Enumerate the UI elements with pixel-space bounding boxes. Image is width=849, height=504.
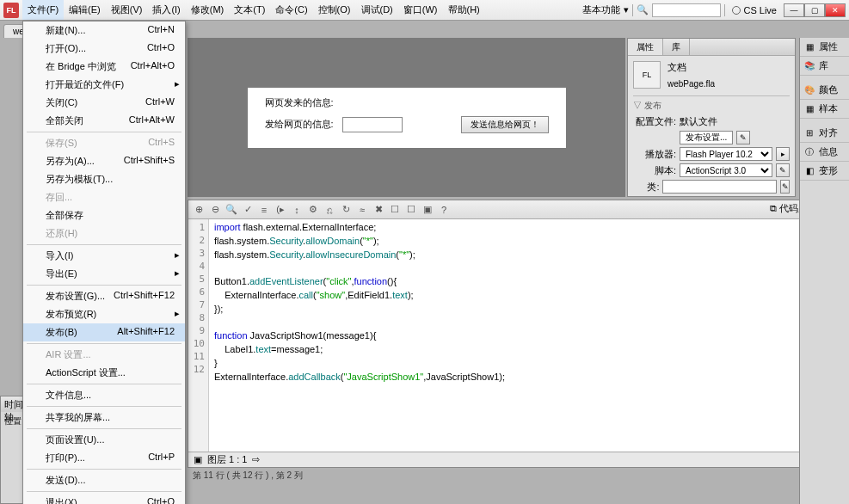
menu-item[interactable]: 导出(E) <box>23 265 185 283</box>
menu-item[interactable]: 打开最近的文件(F) <box>23 76 185 94</box>
menu-edit[interactable]: 编辑(E) <box>64 0 106 20</box>
script-label: 脚本: <box>633 164 676 177</box>
dock-icon: ⓘ <box>803 146 815 158</box>
dock-icon: ▦ <box>803 103 815 115</box>
menu-item[interactable]: 页面设置(U)... <box>23 431 185 449</box>
toolbar-icon[interactable]: (▸ <box>274 203 287 217</box>
cs-live-label: CS Live <box>743 5 777 15</box>
dock-item[interactable]: 🎨颜色 <box>800 81 849 100</box>
workspace-dropdown-icon[interactable]: ▾ <box>624 4 629 15</box>
menu-item[interactable]: 发布预览(R) <box>23 305 185 323</box>
menu-item[interactable]: AIR 设置... <box>23 346 185 364</box>
menu-item[interactable]: 共享我的屏幕... <box>23 409 185 427</box>
toolbar-icon[interactable]: ☐ <box>388 203 402 217</box>
class-label: 类: <box>633 181 659 194</box>
menu-file[interactable]: 文件(F) <box>22 0 64 20</box>
menu-item[interactable]: 关闭(C)Ctrl+W <box>23 94 185 112</box>
code-status-bar: ▣ 图层 1 : 1 ⇨ <box>188 452 841 467</box>
player-settings-button[interactable]: ▸ <box>776 147 790 161</box>
menu-item[interactable]: ActionScript 设置... <box>23 364 185 382</box>
menu-item[interactable]: 退出(X)Ctrl+Q <box>23 494 185 504</box>
toolbar-icon[interactable]: ≡ <box>257 203 271 217</box>
menu-item[interactable]: 在 Bridge 中浏览Ctrl+Alt+O <box>23 58 185 76</box>
toolbar-icon[interactable]: ⎌ <box>323 203 336 217</box>
dock-item[interactable]: ▦属性 <box>800 38 849 57</box>
stage-label-2: 发给网页的信息: <box>265 118 334 131</box>
menu-command[interactable]: 命令(C) <box>270 0 312 20</box>
section-publish-title[interactable]: ▽ 发布 <box>633 100 790 112</box>
dock-icon: 🎨 <box>803 84 815 96</box>
document-type-icon: FL <box>633 61 661 89</box>
dock-item[interactable]: ⓘ信息 <box>800 143 849 162</box>
menu-item[interactable]: 保存(S)Ctrl+S <box>23 134 185 152</box>
menu-view[interactable]: 视图(V) <box>106 0 148 20</box>
menu-item[interactable]: 文件信息... <box>23 386 185 404</box>
tab-properties[interactable]: 属性 <box>628 39 663 55</box>
close-button[interactable]: ✕ <box>825 3 846 17</box>
maximize-button[interactable]: ▢ <box>804 3 825 17</box>
cs-live-button[interactable]: CS Live <box>729 5 780 15</box>
class-edit-button[interactable]: ✎ <box>780 180 790 194</box>
workspace-label[interactable]: 基本功能 <box>582 3 620 16</box>
menu-item[interactable]: 存回... <box>23 188 185 206</box>
toolbar-icon[interactable]: ≈ <box>355 203 369 217</box>
script-settings-button[interactable]: ✎ <box>776 163 790 177</box>
dock-item[interactable]: 📚库 <box>800 57 849 76</box>
document-type-label: 文档 <box>668 61 715 74</box>
menu-window[interactable]: 窗口(W) <box>398 0 443 20</box>
menu-item[interactable]: 发布(B)Alt+Shift+F12 <box>23 323 185 341</box>
config-value: 默认文件 <box>680 115 717 128</box>
toolbar-icon[interactable]: ⊖ <box>208 203 222 217</box>
menu-item[interactable]: 全部关闭Ctrl+Alt+W <box>23 112 185 130</box>
right-dock: ▦属性📚库🎨颜色▦样本⊞对齐ⓘ信息◧变形 <box>799 38 849 504</box>
menu-item[interactable]: 打开(O)...Ctrl+O <box>23 40 185 58</box>
menu-item[interactable]: 发送(D)... <box>23 471 185 489</box>
menu-item[interactable]: 导入(I) <box>23 247 185 265</box>
line-gutter: 123456789101112 <box>188 219 209 452</box>
menu-control[interactable]: 控制(O) <box>313 0 356 20</box>
toolbar-icon[interactable]: ☐ <box>404 203 418 217</box>
toolbar-icon[interactable]: ↻ <box>339 203 353 217</box>
menu-item[interactable]: 打印(P)...Ctrl+P <box>23 449 185 467</box>
menu-item[interactable]: 还原(H) <box>23 224 185 243</box>
menu-debug[interactable]: 调试(D) <box>356 0 398 20</box>
toolbar-icon[interactable]: ▣ <box>421 203 434 217</box>
toolbar-icon[interactable]: ↕ <box>290 203 304 217</box>
layer-icon: ▣ <box>194 454 202 465</box>
dock-icon: ◧ <box>803 165 815 177</box>
menu-item[interactable]: 另存为模板(T)... <box>23 170 185 188</box>
toolbar-icon[interactable]: ⚙ <box>306 203 320 217</box>
toolbar-icon[interactable]: ✓ <box>241 203 255 217</box>
code-editor[interactable]: import flash.external.ExternalInterface;… <box>209 219 841 452</box>
toolbar-icon[interactable]: ? <box>437 203 451 217</box>
script-select[interactable]: ActionScript 3.0 <box>680 163 772 177</box>
menu-text[interactable]: 文本(T) <box>229 0 270 20</box>
publish-settings-button[interactable]: 发布设置... <box>680 131 733 144</box>
dock-item[interactable]: ▦样本 <box>800 100 849 119</box>
menu-item[interactable]: 全部保存 <box>23 206 185 224</box>
toolbar-icon[interactable]: ⊕ <box>192 203 206 217</box>
publish-settings-icon-button[interactable]: ✎ <box>736 131 750 144</box>
minimize-button[interactable]: — <box>784 3 804 17</box>
properties-panel: 属性 库 FL 文档 webPage.fla ▽ 发布 配置文件: 默认文件 发… <box>627 38 796 197</box>
menu-help[interactable]: 帮助(H) <box>443 0 485 20</box>
dock-item[interactable]: ⊞对齐 <box>800 124 849 143</box>
menu-item[interactable]: 新建(N)...Ctrl+N <box>23 22 185 40</box>
dock-icon: ⊞ <box>803 127 815 139</box>
search-input[interactable] <box>652 3 721 17</box>
tab-library[interactable]: 库 <box>663 39 690 55</box>
stage-text-input[interactable] <box>342 117 403 132</box>
menu-insert[interactable]: 插入(I) <box>147 0 185 20</box>
class-input[interactable] <box>662 180 777 194</box>
menubar: FL 文件(F) 编辑(E) 视图(V) 插入(I) 修改(M) 文本(T) 命… <box>0 0 849 21</box>
toolbar-icon[interactable]: ✖ <box>372 203 385 217</box>
code-panel: ⊕⊖🔍✓≡(▸↕⚙⎌↻≈✖☐☐▣? ⧉ 代码片断 123456789101112… <box>188 200 842 468</box>
stage-send-button[interactable]: 发送信息给网页！ <box>461 116 549 133</box>
menu-modify[interactable]: 修改(M) <box>186 0 230 20</box>
cs-live-icon <box>732 6 741 15</box>
toolbar-icon[interactable]: 🔍 <box>225 203 238 217</box>
menu-item[interactable]: 发布设置(G)...Ctrl+Shift+F12 <box>23 287 185 305</box>
dock-item[interactable]: ◧变形 <box>800 162 849 181</box>
menu-item[interactable]: 另存为(A)...Ctrl+Shift+S <box>23 152 185 170</box>
player-select[interactable]: Flash Player 10.2 <box>680 147 772 161</box>
